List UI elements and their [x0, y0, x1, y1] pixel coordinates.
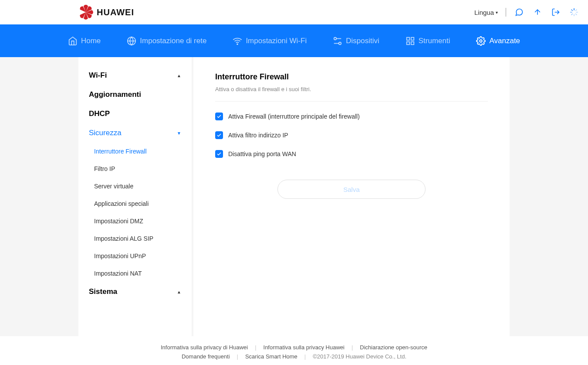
sidebar-item-updates[interactable]: Aggiornamenti	[78, 85, 192, 104]
checkbox-enable-ip-filter[interactable]: Attiva filtro indirizzo IP	[215, 131, 488, 139]
svg-rect-17	[411, 41, 414, 44]
nav-tools[interactable]: Strumenti	[406, 36, 450, 46]
nav-network[interactable]: Impostazione di rete	[127, 36, 206, 46]
checkbox-enable-firewall[interactable]: Attiva Firewall (interruttore principale…	[215, 113, 488, 120]
panel-title: Interruttore Firewall	[215, 72, 488, 82]
checkbox-disable-wan-ping[interactable]: Disattiva ping porta WAN	[215, 150, 488, 158]
footer: Informativa sulla privacy di Huawei | In…	[0, 336, 588, 365]
sidebar-item-label: DHCP	[89, 109, 110, 118]
main-panel: Interruttore Firewall Attiva o disattiva…	[193, 57, 510, 336]
nav-wifi-label: Impostazioni Wi-Fi	[246, 37, 307, 45]
sidebar-sub-upnp[interactable]: Impostazioni UPnP	[78, 247, 192, 265]
sidebar-item-label: Wi-Fi	[89, 71, 107, 80]
separator: |	[255, 344, 256, 351]
nav-devices[interactable]: Dispositivi	[333, 36, 379, 46]
sidebar-sub-firewall-switch[interactable]: Interruttore Firewall	[78, 143, 192, 160]
separator: |	[304, 353, 306, 360]
logout-icon[interactable]	[551, 7, 561, 17]
sidebar-item-security[interactable]: Sicurezza ▼	[78, 123, 192, 143]
upload-icon[interactable]	[532, 7, 543, 17]
vertical-divider	[506, 8, 506, 17]
svg-point-11	[334, 37, 337, 40]
svg-point-19	[480, 40, 483, 42]
main-navbar: Home Impostazione di rete Impostazioni W…	[0, 24, 588, 57]
svg-rect-15	[406, 37, 409, 40]
nav-home-label: Home	[81, 37, 101, 45]
footer-link-opensource[interactable]: Dichiarazione open-source	[360, 344, 427, 351]
svg-line-3	[576, 14, 577, 15]
sidebar-item-label: Sicurezza	[89, 129, 122, 137]
nav-devices-label: Dispositivi	[346, 37, 379, 45]
gear-icon	[476, 36, 486, 46]
nav-tools-label: Strumenti	[419, 37, 450, 45]
checkbox-input[interactable]	[215, 131, 223, 139]
top-header: HUAWEI Lingua ▾	[0, 0, 588, 24]
nav-wifi[interactable]: Impostazioni Wi-Fi	[233, 36, 307, 46]
chevron-up-icon: ▲	[177, 73, 181, 78]
checkbox-input[interactable]	[215, 113, 223, 120]
sidebar: Wi-Fi ▲ Aggiornamenti DHCP Sicurezza ▼ I…	[78, 57, 192, 336]
sidebar-sub-alg-sip[interactable]: Impostazioni ALG SIP	[78, 230, 192, 247]
sidebar-sub-dmz[interactable]: Impostazioni DMZ	[78, 212, 192, 230]
home-icon	[68, 36, 78, 46]
footer-link-download[interactable]: Scarica Smart Home	[245, 353, 297, 360]
svg-rect-18	[406, 41, 409, 44]
sidebar-item-wifi[interactable]: Wi-Fi ▲	[78, 66, 192, 85]
svg-point-12	[339, 42, 341, 44]
copyright-text: ©2017-2019 Huawei Device Co., Ltd.	[313, 353, 406, 360]
sidebar-sub-special-apps[interactable]: Applicazioni speciali	[78, 195, 192, 212]
brand-name: HUAWEI	[97, 7, 134, 17]
svg-line-7	[576, 10, 577, 10]
sidebar-item-dhcp[interactable]: DHCP	[78, 104, 192, 123]
checkbox-label: Disattiva ping porta WAN	[228, 150, 296, 157]
nav-home[interactable]: Home	[68, 36, 101, 46]
chevron-down-icon: ▼	[177, 131, 181, 136]
content-area: Wi-Fi ▲ Aggiornamenti DHCP Sicurezza ▼ I…	[0, 57, 588, 336]
language-label: Lingua	[474, 9, 494, 16]
footer-link-privacy-2[interactable]: Informativa sulla privacy Huawei	[264, 344, 345, 351]
sidebar-sub-virtual-server[interactable]: Server virtuale	[78, 177, 192, 195]
separator: |	[237, 353, 238, 360]
globe-icon	[127, 36, 136, 46]
nav-advanced[interactable]: Avanzate	[476, 36, 520, 46]
separator: |	[351, 344, 353, 351]
wifi-icon	[233, 36, 242, 46]
checkbox-input[interactable]	[215, 150, 223, 158]
language-dropdown[interactable]: Lingua ▾	[474, 9, 498, 16]
save-button[interactable]: Salva	[277, 180, 426, 199]
chat-icon[interactable]	[514, 7, 524, 17]
sidebar-item-label: Aggiornamenti	[89, 90, 141, 99]
svg-line-6	[571, 14, 572, 15]
sidebar-sub-nat[interactable]: Impostazioni NAT	[78, 265, 192, 282]
svg-rect-16	[411, 37, 414, 40]
svg-point-10	[237, 44, 238, 44]
sidebar-item-system[interactable]: Sistema ▲	[78, 282, 192, 301]
panel-description: Attiva o disattiva il firewall e i suoi …	[215, 86, 488, 102]
caret-down-icon: ▾	[496, 10, 498, 15]
footer-link-faq[interactable]: Domande frequenti	[182, 353, 230, 360]
nav-advanced-label: Avanzate	[489, 37, 520, 45]
chevron-up-icon: ▲	[177, 290, 181, 294]
huawei-logo-icon	[78, 5, 93, 20]
grid-icon	[406, 36, 415, 46]
svg-line-2	[571, 10, 572, 10]
sidebar-item-label: Sistema	[89, 287, 117, 296]
brand-logo: HUAWEI	[78, 5, 134, 20]
loading-spinner-icon	[569, 7, 579, 17]
footer-link-privacy-1[interactable]: Informativa sulla privacy di Huawei	[161, 344, 248, 351]
nav-network-label: Impostazione di rete	[140, 37, 206, 45]
checkbox-label: Attiva filtro indirizzo IP	[228, 132, 288, 139]
sidebar-sub-ip-filter[interactable]: Filtro IP	[78, 160, 192, 177]
devices-icon	[333, 36, 342, 46]
checkbox-label: Attiva Firewall (interruttore principale…	[228, 113, 360, 120]
